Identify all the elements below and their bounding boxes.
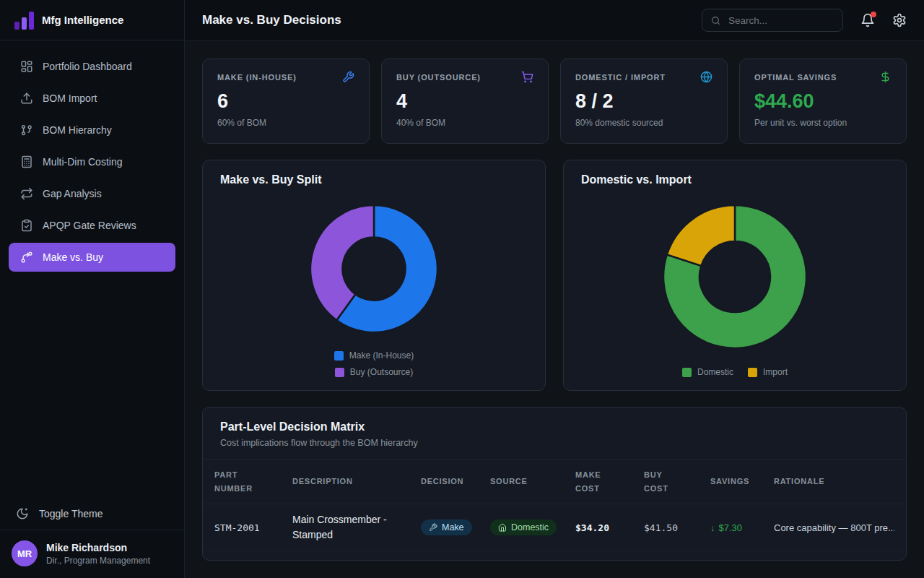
legend-swatch [682,368,692,377]
legend-item[interactable]: Buy (Outsource) [335,367,413,377]
savings-cell: ↓ $7.30 [710,522,774,533]
column-header-source: Source [490,475,575,488]
brand-logo-icon [14,11,34,30]
sidebar: Mfg Intelligence Portfolio Dashboard BOM… [0,0,185,578]
legend-item[interactable]: Domestic [682,367,733,377]
stat-subtext: 40% of BOM [396,118,533,128]
donut-chart-container [581,186,889,367]
donut-chart [310,204,438,333]
notifications-button[interactable] [860,13,875,27]
home-icon [498,523,507,532]
brand: Mfg Intelligence [0,0,184,40]
upload-icon [20,92,33,105]
topbar-actions [702,9,907,32]
legend-item[interactable]: Import [748,367,788,377]
search-icon [711,15,720,26]
chart-title: Make vs. Buy Split [220,173,528,186]
savings-amount: $7.30 [719,522,743,533]
repeat-arrows-icon [20,187,33,200]
column-header-make-cost: Make Cost [575,468,644,495]
description-cell: Main Crossmember - Stamped [292,512,421,543]
chart-card-domestic-vs-import: Domestic vs. Import DomesticImport [563,160,907,391]
donut-chart-container [220,186,528,350]
content: MAKE (IN-HOUSE) 6 60% of BOM BUY (OUTSOU… [185,41,924,578]
globe-icon [700,71,712,83]
legend-item[interactable]: Make (In-House) [334,350,414,361]
stat-cards: MAKE (IN-HOUSE) 6 60% of BOM BUY (OUTSOU… [202,59,907,144]
legend-label: Domestic [697,367,733,377]
chart-title: Domestic vs. Import [581,173,889,186]
decision-badge-make: Make [421,519,472,535]
sidebar-item-portfolio-dashboard[interactable]: Portfolio Dashboard [9,52,175,81]
clipboard-check-icon [20,219,33,232]
sidebar-item-make-vs-buy[interactable]: Make vs. Buy [9,243,175,272]
column-header-buy-cost: Buy Cost [644,468,710,495]
stat-value: 6 [217,90,354,113]
user-role: Dir., Program Management [46,556,150,566]
stat-subtext: Per unit vs. worst option [754,118,892,128]
table-subtitle: Cost implications flow through the BOM h… [220,438,889,448]
sidebar-item-bom-hierarchy[interactable]: BOM Hierarchy [9,116,175,144]
notification-dot [871,12,876,17]
gear-icon [892,13,907,27]
column-header-decision: Decision [421,475,490,488]
settings-button[interactable] [892,13,907,27]
legend-label: Make (In-House) [349,350,414,361]
column-header-savings: Savings [710,475,774,488]
stat-value: 4 [396,90,533,113]
theme-toggle-label: Toggle Theme [39,508,103,519]
sidebar-item-label: Gap Analysis [43,188,102,199]
theme-toggle-button[interactable]: Toggle Theme [0,498,184,530]
legend-swatch [748,368,757,377]
column-header-description: Description [292,475,421,488]
decision-matrix-card: Part-Level Decision Matrix Cost implicat… [202,407,907,561]
avatar: MR [12,540,38,566]
sidebar-item-bom-import[interactable]: BOM Import [9,84,175,113]
cart-icon [521,71,533,83]
sidebar-item-label: BOM Hierarchy [43,124,112,136]
decision-cell: Make [421,519,490,535]
user-profile[interactable]: MR Mike Richardson Dir., Program Managem… [0,530,184,578]
table-row: STM-2002 Left Rail Bracket Make Domestic [203,551,906,561]
sidebar-item-apqp-gate-reviews[interactable]: APQP Gate Reviews [9,211,175,240]
sidebar-item-label: Make vs. Buy [43,251,103,263]
sidebar-item-multi-dim-costing[interactable]: Multi-Dim Costing [9,147,175,176]
sidebar-item-label: Multi-Dim Costing [43,156,122,168]
dollar-icon [879,71,892,83]
sidebar-nav: Portfolio Dashboard BOM Import BOM Hiera… [0,40,184,272]
sidebar-footer: Toggle Theme MR Mike Richardson Dir., Pr… [0,498,184,578]
table-header-row: Part Number Description Decision Source … [203,460,906,504]
main-area: Make vs. Buy Decisions [185,0,924,578]
stat-card-buy: BUY (OUTSOURCE) 4 40% of BOM [381,59,549,144]
calculator-icon [20,155,33,168]
chart-legend: Make (In-House)Buy (Outsource) [220,350,528,379]
sidebar-item-gap-analysis[interactable]: Gap Analysis [9,179,175,208]
buy-cost-cell: $41.50 [644,522,710,533]
table-row: STM-2001 Main Crossmember - Stamped Make… [203,504,906,551]
table-title: Part-Level Decision Matrix [220,420,889,434]
part-number-cell: STM-2001 [214,522,292,533]
legend-label: Import [763,367,788,377]
sidebar-item-label: Portfolio Dashboard [43,61,132,72]
search-input[interactable] [727,14,834,27]
stat-label: DOMESTIC / IMPORT [575,73,666,82]
stat-subtext: 80% domestic sourced [575,118,712,128]
moon-star-icon [16,507,29,520]
page-title: Make vs. Buy Decisions [202,13,341,27]
donut-chart [663,204,807,349]
rationale-cell: Core capability — 800T pre... [774,522,894,533]
chart-legend: DomesticImport [581,367,889,379]
column-header-part-number: Part Number [214,468,292,495]
sidebar-item-label: BOM Import [43,92,97,104]
make-cost-cell: $34.20 [575,522,644,533]
stat-subtext: 60% of BOM [217,118,354,128]
chart-cards: Make vs. Buy Split Make (In-House)Buy (O… [202,160,907,391]
sidebar-item-label: APQP Gate Reviews [43,220,136,231]
legend-swatch [334,351,344,361]
table-card-header: Part-Level Decision Matrix Cost implicat… [203,407,906,460]
topbar: Make vs. Buy Decisions [185,0,924,41]
user-name: Mike Richardson [46,542,150,553]
column-header-rationale: Rationale [774,475,894,488]
stat-value: 8 / 2 [575,90,712,113]
source-cell: Domestic [490,519,575,535]
